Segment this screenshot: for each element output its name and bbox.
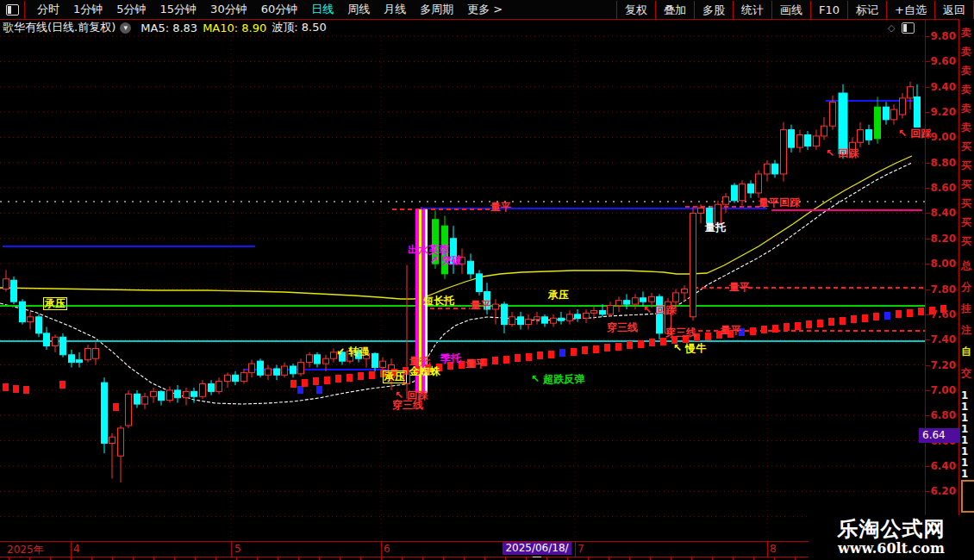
down-candle (340, 352, 346, 361)
ladder-dot (772, 325, 778, 333)
date-tick (443, 557, 444, 560)
down-candle (657, 296, 663, 333)
ladder-dot (436, 364, 442, 371)
up-candle (850, 142, 856, 153)
strip-char: 卖 (961, 83, 971, 97)
date-tick (546, 557, 547, 560)
ladder-dot (459, 361, 465, 369)
down-candle (707, 208, 713, 224)
ladder-dot (414, 366, 420, 374)
strip-char: 买 (961, 177, 971, 192)
down-candle (233, 375, 239, 381)
strip-char: 1 (961, 434, 968, 446)
down-candle (789, 130, 795, 148)
price-axis-label: 9.60 (930, 55, 956, 67)
price-axis-label: 7.00 (930, 384, 956, 396)
ladder-dot (59, 381, 66, 389)
ladder-dot (503, 356, 509, 364)
price-axis-tick (926, 365, 930, 366)
watermark-name: 乐淘公式网 (838, 519, 946, 540)
date-tick (526, 557, 527, 560)
down-candle (915, 96, 921, 127)
strip-char: 卖 (961, 64, 971, 78)
strip-char: 分 (961, 280, 971, 295)
ladder-dot (873, 313, 879, 320)
up-candle (459, 258, 465, 264)
ladder-dot (907, 309, 913, 317)
ladder-dot (817, 320, 823, 327)
strip-char: 买 (961, 215, 971, 230)
axis-separator (231, 542, 232, 557)
down-candle (60, 337, 66, 355)
price-axis-tick (926, 466, 930, 467)
price-axis-label: 8.40 (930, 207, 956, 219)
date-tick (691, 557, 692, 560)
strip-char: 卖 (961, 26, 971, 40)
ladder-dot (515, 354, 521, 362)
price-axis-tick (926, 87, 930, 88)
date-tick (360, 557, 361, 560)
up-candle (608, 306, 614, 314)
ladder-dot (380, 370, 386, 377)
signal-candle (415, 209, 419, 393)
down-candle (102, 383, 108, 443)
up-candle (616, 301, 622, 306)
date-tick (712, 557, 713, 560)
strip-char: 卖 (961, 45, 971, 59)
up-candle (908, 87, 914, 98)
stock-chart-app: { "toolbar": { "left_items": ["分时","1分钟"… (0, 0, 974, 560)
up-candle (690, 213, 696, 316)
axis-year-label: 2025年 (7, 543, 44, 557)
date-tick (753, 557, 754, 560)
price-axis-label: 7.40 (930, 333, 956, 345)
down-candle (209, 384, 215, 392)
down-candle (748, 184, 754, 193)
ladder-dot (683, 335, 689, 343)
down-candle (258, 361, 264, 375)
date-tick (91, 557, 92, 560)
up-candle (509, 317, 515, 325)
up-candle (380, 361, 386, 367)
price-axis-tick (926, 188, 930, 189)
strip-char: 1 (961, 457, 968, 469)
up-candle (698, 208, 704, 214)
down-candle (518, 317, 524, 325)
axis-separator (575, 542, 576, 557)
ladder-dot (884, 312, 890, 320)
date-tick (257, 557, 258, 560)
ladder-dot (694, 333, 700, 341)
price-axis-label: 8.80 (930, 157, 956, 169)
price-axis-label: 9.80 (930, 30, 956, 42)
ladder-dot (638, 340, 644, 348)
up-candle (765, 164, 771, 174)
strip-char: 挂 (961, 302, 971, 316)
date-tick (567, 557, 568, 560)
price-axis-tick (926, 112, 930, 113)
up-candle (673, 293, 679, 302)
strip-char: 交 (961, 366, 971, 381)
down-candle (805, 134, 811, 146)
ladder-dot (851, 315, 857, 323)
strip-char: 1 (961, 423, 968, 435)
up-candle (891, 109, 897, 120)
up-candle (85, 348, 91, 359)
down-candle (20, 302, 26, 321)
down-candle (290, 366, 297, 374)
up-candle (665, 302, 671, 333)
ladder-dot (13, 385, 19, 393)
down-candle (191, 391, 197, 396)
date-tick (402, 557, 403, 560)
up-candle (649, 296, 655, 302)
price-axis-tick (926, 289, 930, 290)
strip-char: 注 (961, 323, 971, 338)
side-panel-strip: 卖卖卖卖卖卖买买买买买买总分挂注自交11111111 (958, 19, 974, 560)
axis-month-label: 7 (578, 543, 584, 555)
down-candle (159, 391, 165, 400)
ladder-dot (750, 327, 756, 335)
up-candle (307, 355, 313, 363)
ladder-dot (391, 369, 397, 376)
down-candle (451, 239, 457, 264)
up-candle (265, 369, 272, 375)
strip-char: 1 (961, 445, 968, 457)
up-candle (225, 375, 231, 381)
